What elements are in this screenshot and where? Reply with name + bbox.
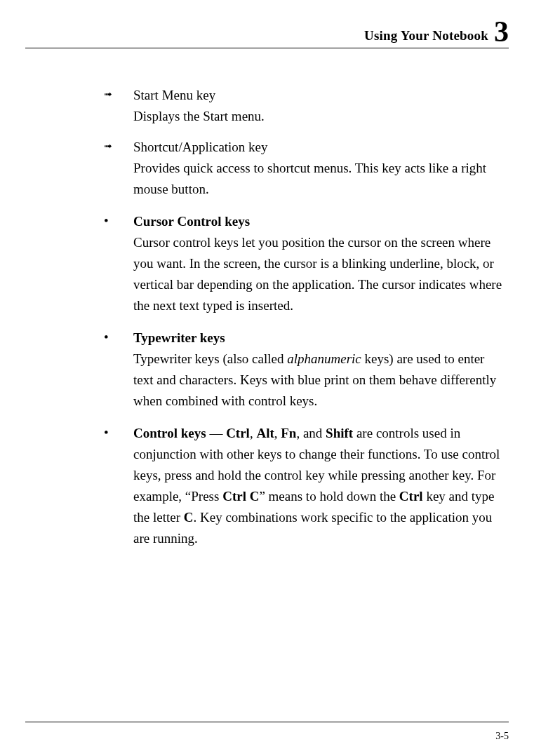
arrow-bullet-icon: ➟ [104,85,133,127]
chapter-number: 3 [494,17,509,46]
list-item: ➟ Start Menu key Displays the Start menu… [104,85,507,127]
content-area: ➟ Start Menu key Displays the Start menu… [25,85,509,722]
bullet-icon: • [104,423,133,549]
page: Using Your Notebook 3 ➟ Start Menu key D… [0,0,534,756]
list-item-body: Typewriter keys Typewriter keys (also ca… [133,328,507,412]
item-heading: Cursor Control keys [133,214,250,229]
dash: — [206,426,227,440]
item-title: Shortcut/Application key [133,137,507,158]
list-item: ➟ Shortcut/Application key Provides quic… [104,137,507,200]
arrow-bullet-icon: ➟ [104,137,133,200]
sep: , [274,426,281,440]
list-item-body: Shortcut/Application key Provides quick … [133,137,507,200]
sep: , and [296,426,326,440]
list-item-body: Control keys — Ctrl, Alt, Fn, and Shift … [133,423,507,549]
key-name: Shift [326,426,353,440]
list-item: • Control keys — Ctrl, Alt, Fn, and Shif… [104,423,507,549]
key-name: C [184,510,194,525]
bullet-icon: • [104,211,133,316]
key-name: Ctrl [399,489,423,504]
key-name: Ctrl [226,426,250,440]
list-item: • Cursor Control keys Cursor control key… [104,211,507,316]
list-item-body: Start Menu key Displays the Start menu. [133,85,507,127]
bullet-icon: • [104,328,133,412]
item-desc: Provides quick access to shortcut menus.… [133,161,486,196]
italic-term: alphanumeric [287,351,361,366]
key-name: Alt [256,426,274,440]
item-text-pre: Typewriter keys (also called [133,351,287,366]
list-item-body: Cursor Control keys Cursor control keys … [133,211,507,316]
item-text: ” means to hold down the [259,489,399,504]
item-desc: Displays the Start menu. [133,109,265,123]
item-title: Start Menu key [133,85,507,106]
key-combo: Ctrl C [222,489,259,504]
key-name: Fn [281,426,296,440]
sep: , [250,426,257,440]
item-heading: Control keys [133,426,206,440]
list-item: • Typewriter keys Typewriter keys (also … [104,328,507,412]
item-heading: Typewriter keys [133,330,225,345]
sub-bullet-list: ➟ Start Menu key Displays the Start menu… [104,85,507,200]
page-footer: 3-5 [25,722,509,742]
page-header: Using Your Notebook 3 [25,15,509,48]
page-number: 3-5 [495,731,509,741]
item-text: Cursor control keys let you position the… [133,235,502,313]
header-title: Using Your Notebook [364,28,488,43]
